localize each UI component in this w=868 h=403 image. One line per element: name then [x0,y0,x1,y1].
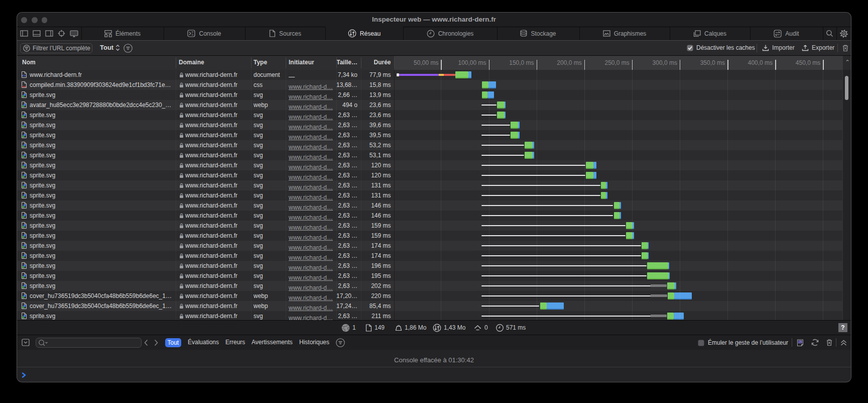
svg-text:JS: JS [799,340,802,343]
svg-text:css: css [21,85,27,88]
svg-text:<>: <> [22,74,26,77]
